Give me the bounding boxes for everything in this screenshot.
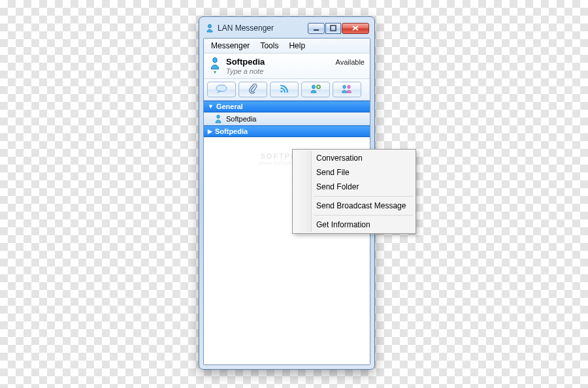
group-label: Softpedia	[215, 127, 248, 135]
toolbar-chat-button[interactable]	[207, 82, 236, 97]
ctx-broadcast[interactable]: Send Broadcast Message	[294, 199, 414, 213]
context-menu: Conversation Send File Send Folder Send …	[292, 149, 416, 234]
ctx-send-folder[interactable]: Send Folder	[294, 180, 414, 194]
group-label: General	[216, 103, 243, 110]
app-icon	[204, 23, 215, 33]
minimize-button[interactable]	[308, 23, 325, 34]
client-area: SOFTPEDIA www.softpedia.com Messenger To…	[203, 38, 370, 365]
users-group-icon	[340, 84, 353, 96]
chevron-down-icon: ▼	[208, 103, 214, 110]
svg-point-0	[208, 24, 212, 27]
toolbar	[204, 79, 370, 101]
ctx-get-info[interactable]: Get Information	[294, 218, 414, 232]
menubar: Messenger Tools Help	[204, 39, 370, 54]
user-panel: ▼ Softpedia Available	[204, 54, 370, 79]
svg-point-7	[280, 90, 282, 92]
user-avatar-icon[interactable]	[209, 57, 221, 70]
app-window: LAN Messenger SOFTPEDIA www.softpedia.co…	[199, 16, 375, 370]
window-title: LAN Messenger	[218, 24, 308, 33]
contact-row[interactable]: Softpedia	[204, 112, 370, 125]
group-header-general[interactable]: ▼ General	[204, 101, 370, 112]
svg-rect-2	[331, 25, 336, 31]
menu-tools[interactable]: Tools	[255, 40, 283, 51]
toolbar-add-contact-button[interactable]	[301, 82, 330, 97]
svg-rect-1	[314, 29, 319, 31]
contact-avatar-icon	[214, 114, 222, 123]
maximize-button[interactable]	[325, 23, 341, 34]
svg-point-14	[217, 115, 220, 118]
menu-help[interactable]: Help	[284, 40, 310, 51]
svg-point-12	[343, 85, 346, 88]
note-input[interactable]	[226, 67, 331, 75]
ctx-conversation[interactable]: Conversation	[294, 151, 414, 165]
svg-point-5	[213, 57, 218, 63]
current-user-name[interactable]: Softpedia	[226, 57, 331, 67]
context-menu-separator	[314, 215, 413, 216]
chat-bubble-icon	[215, 84, 228, 95]
contact-name: Softpedia	[226, 115, 256, 123]
toolbar-attach-button[interactable]	[238, 82, 267, 97]
close-button[interactable]	[342, 23, 369, 34]
paperclip-icon	[248, 84, 257, 96]
svg-point-8	[312, 85, 316, 89]
chevron-right-icon: ▶	[208, 128, 212, 135]
group-header-softpedia[interactable]: ▶ Softpedia	[204, 125, 370, 137]
menu-messenger[interactable]: Messenger	[206, 40, 254, 51]
svg-point-13	[348, 85, 350, 88]
context-menu-separator	[314, 196, 413, 197]
ctx-send-file[interactable]: Send File	[294, 165, 414, 180]
current-user-status[interactable]: Available	[336, 58, 365, 66]
add-user-icon	[310, 84, 321, 96]
toolbar-broadcast-button[interactable]	[270, 82, 299, 97]
titlebar[interactable]: LAN Messenger	[203, 21, 370, 38]
status-dropdown-icon[interactable]: ▼	[213, 71, 218, 74]
rss-icon	[279, 84, 289, 96]
toolbar-group-button[interactable]	[333, 82, 361, 97]
